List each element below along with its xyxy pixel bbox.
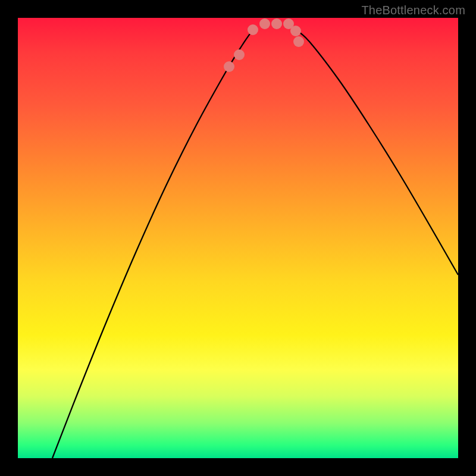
trough-marker <box>271 18 282 29</box>
trough-marker <box>293 36 304 47</box>
trough-marker <box>259 18 270 29</box>
trough-marker <box>234 49 245 60</box>
trough-marker <box>248 24 258 35</box>
curve-right <box>296 30 458 275</box>
trough-marker <box>224 61 234 72</box>
watermark-text: TheBottleneck.com <box>361 4 465 17</box>
trough-marker <box>290 26 301 36</box>
trough-marker-group <box>224 18 304 72</box>
chart-overlay <box>18 18 458 458</box>
curve-left <box>52 30 253 458</box>
chart-frame: TheBottleneck.com <box>0 0 476 476</box>
